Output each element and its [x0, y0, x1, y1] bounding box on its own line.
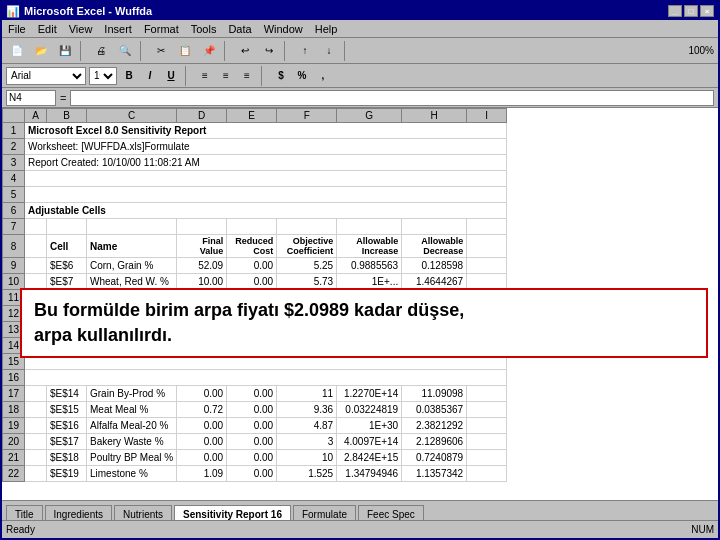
cell-21i[interactable]	[467, 450, 507, 466]
cell-8h[interactable]: AllowableDecrease	[402, 235, 467, 258]
align-right-btn[interactable]: ≡	[238, 67, 256, 85]
menu-view[interactable]: View	[63, 21, 99, 37]
cell-7b[interactable]	[47, 219, 87, 235]
cell-22c[interactable]: Limestone %	[87, 466, 177, 482]
minimize-btn[interactable]: _	[668, 5, 682, 17]
cell-19g[interactable]: 1E+30	[337, 418, 402, 434]
cell-20b[interactable]: $E$17	[47, 434, 87, 450]
font-selector[interactable]: Arial	[6, 67, 86, 85]
cell-17d[interactable]: 0.00	[177, 386, 227, 402]
cell-17e[interactable]: 0.00	[227, 386, 277, 402]
align-left-btn[interactable]: ≡	[196, 67, 214, 85]
cell-6a[interactable]: Adjustable Cells	[25, 203, 507, 219]
redo-btn[interactable]: ↪	[258, 41, 280, 61]
cut-btn[interactable]: ✂	[150, 41, 172, 61]
cell-22b[interactable]: $E$19	[47, 466, 87, 482]
cell-8e[interactable]: ReducedCost	[227, 235, 277, 258]
title-controls[interactable]: _ □ ×	[668, 5, 714, 17]
cell-21g[interactable]: 2.8424E+15	[337, 450, 402, 466]
cell-2a[interactable]: Worksheet: [WUFFDA.xls]Formulate	[25, 139, 507, 155]
cell-22i[interactable]	[467, 466, 507, 482]
col-header-f[interactable]: F	[277, 109, 337, 123]
cell-8a[interactable]	[25, 235, 47, 258]
cell-17f[interactable]: 11	[277, 386, 337, 402]
cell-9d[interactable]: 52.09	[177, 258, 227, 274]
cell-7d[interactable]	[177, 219, 227, 235]
menu-edit[interactable]: Edit	[32, 21, 63, 37]
col-header-c[interactable]: C	[87, 109, 177, 123]
cell-19b[interactable]: $E$16	[47, 418, 87, 434]
cell-19e[interactable]: 0.00	[227, 418, 277, 434]
cell-9g[interactable]: 0.9885563	[337, 258, 402, 274]
cell-17i[interactable]	[467, 386, 507, 402]
sort-asc-btn[interactable]: ↑	[294, 41, 316, 61]
percent-btn[interactable]: %	[293, 67, 311, 85]
cell-20e[interactable]: 0.00	[227, 434, 277, 450]
cell-9h[interactable]: 0.128598	[402, 258, 467, 274]
cell-22h[interactable]: 1.1357342	[402, 466, 467, 482]
open-btn[interactable]: 📂	[30, 41, 52, 61]
cell-17c[interactable]: Grain By-Prod %	[87, 386, 177, 402]
cell-9e[interactable]: 0.00	[227, 258, 277, 274]
cell-18a[interactable]	[25, 402, 47, 418]
cell-21e[interactable]: 0.00	[227, 450, 277, 466]
restore-btn[interactable]: □	[684, 5, 698, 17]
close-btn[interactable]: ×	[700, 5, 714, 17]
cell-8i[interactable]	[467, 235, 507, 258]
cell-22f[interactable]: 1.525	[277, 466, 337, 482]
cell-4a[interactable]	[25, 171, 507, 187]
col-header-g[interactable]: G	[337, 109, 402, 123]
cell-19f[interactable]: 4.87	[277, 418, 337, 434]
cell-18g[interactable]: 0.03224819	[337, 402, 402, 418]
cell-19c[interactable]: Alfalfa Meal-20 %	[87, 418, 177, 434]
cell-21a[interactable]	[25, 450, 47, 466]
cell-17a[interactable]	[25, 386, 47, 402]
cell-7a[interactable]	[25, 219, 47, 235]
col-header-h[interactable]: H	[402, 109, 467, 123]
cell-9a[interactable]	[25, 258, 47, 274]
cell-20h[interactable]: 2.1289606	[402, 434, 467, 450]
undo-btn[interactable]: ↩	[234, 41, 256, 61]
cell-17g[interactable]: 1.2270E+14	[337, 386, 402, 402]
cell-7h[interactable]	[402, 219, 467, 235]
cell-9i[interactable]	[467, 258, 507, 274]
cell-19i[interactable]	[467, 418, 507, 434]
cell-21f[interactable]: 10	[277, 450, 337, 466]
cell-7f[interactable]	[277, 219, 337, 235]
menu-data[interactable]: Data	[222, 21, 257, 37]
cell-18d[interactable]: 0.72	[177, 402, 227, 418]
menu-window[interactable]: Window	[258, 21, 309, 37]
cell-22a[interactable]	[25, 466, 47, 482]
col-header-b[interactable]: B	[47, 109, 87, 123]
menu-insert[interactable]: Insert	[98, 21, 138, 37]
align-center-btn[interactable]: ≡	[217, 67, 235, 85]
underline-btn[interactable]: U	[162, 67, 180, 85]
cell-18f[interactable]: 9.36	[277, 402, 337, 418]
cell-18c[interactable]: Meat Meal %	[87, 402, 177, 418]
cell-3a[interactable]: Report Created: 10/10/00 11:08:21 AM	[25, 155, 507, 171]
cell-8d[interactable]: FinalValue	[177, 235, 227, 258]
cell-8c[interactable]: Name	[87, 235, 177, 258]
cell-18i[interactable]	[467, 402, 507, 418]
cell-9f[interactable]: 5.25	[277, 258, 337, 274]
cell-20d[interactable]: 0.00	[177, 434, 227, 450]
menu-help[interactable]: Help	[309, 21, 344, 37]
cell-16[interactable]	[25, 370, 507, 386]
cell-20g[interactable]: 4.0097E+14	[337, 434, 402, 450]
cell-19d[interactable]: 0.00	[177, 418, 227, 434]
copy-btn[interactable]: 📋	[174, 41, 196, 61]
font-size-selector[interactable]: 10	[89, 67, 117, 85]
formula-input[interactable]	[70, 90, 714, 106]
sort-desc-btn[interactable]: ↓	[318, 41, 340, 61]
cell-7e[interactable]	[227, 219, 277, 235]
italic-btn[interactable]: I	[141, 67, 159, 85]
new-btn[interactable]: 📄	[6, 41, 28, 61]
cell-20f[interactable]: 3	[277, 434, 337, 450]
cell-reference[interactable]	[6, 90, 56, 106]
cell-19h[interactable]: 2.3821292	[402, 418, 467, 434]
cell-18e[interactable]: 0.00	[227, 402, 277, 418]
cell-7i[interactable]	[467, 219, 507, 235]
paste-btn[interactable]: 📌	[198, 41, 220, 61]
cell-7g[interactable]	[337, 219, 402, 235]
currency-btn[interactable]: $	[272, 67, 290, 85]
